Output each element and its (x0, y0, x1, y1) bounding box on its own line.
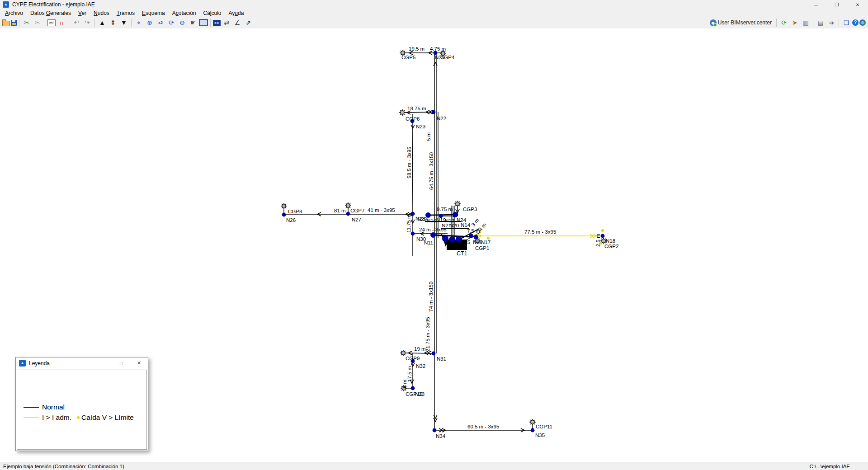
legend-rows: NormalI > I adm.Caída V > Límite (24, 402, 146, 423)
order-icon[interactable]: ⇕ (108, 18, 118, 28)
move-element-icon[interactable]: ⇄ (222, 18, 231, 28)
legend-title-bar[interactable]: ▲ Leyenda —□✕ (16, 357, 148, 369)
help-icon[interactable]: ? (852, 19, 859, 26)
open-file-icon[interactable] (2, 21, 10, 26)
diagram-label: N31 (437, 356, 446, 362)
node-CGP6[interactable] (399, 109, 406, 116)
node-N27[interactable] (346, 212, 350, 216)
diagram-label: 64.75 m - 3x150 (429, 152, 434, 190)
web-icon[interactable]: ◍ (859, 19, 866, 26)
restore-button[interactable]: ❐ (826, 0, 847, 9)
toolbar-separator (19, 19, 19, 27)
edit-data-icon[interactable]: ✂ (22, 18, 32, 28)
diagram-label: 3 m (470, 217, 480, 227)
node-N33[interactable] (411, 386, 415, 390)
voltage-drop-marker (487, 237, 489, 239)
legend-close-button[interactable]: ✕ (130, 357, 148, 369)
node-N16[interactable] (469, 234, 473, 238)
zoom-x2-icon[interactable]: x2 (156, 18, 165, 28)
zoom-previous-icon[interactable]: ⊖ (177, 18, 187, 28)
object-snap-magnet-icon[interactable]: ∩ (57, 18, 66, 28)
menu-archivo[interactable]: Archivo (1, 9, 27, 17)
legend-dot-swatch (77, 416, 80, 419)
window-arrange-icon[interactable]: ❏ (841, 18, 851, 28)
node-N18[interactable] (601, 234, 605, 238)
legend-label: I > I adm. (42, 414, 71, 422)
diagram-label: N19 (436, 217, 446, 223)
diagram-label: N17 (481, 240, 491, 245)
diagram-label: 41 m - 3x95 (368, 207, 395, 213)
node-N24[interactable] (453, 212, 458, 217)
legend-window-controls: —□✕ (95, 357, 148, 369)
zoom-window-icon[interactable]: ⌖ (134, 18, 144, 28)
node-CGP8[interactable] (281, 203, 287, 209)
bring-front-icon[interactable]: ▲ (97, 18, 107, 28)
close-button[interactable]: ✕ (847, 0, 868, 9)
export-file-icon[interactable]: ▤ (816, 18, 826, 28)
bimserver-package-icon[interactable]: ▥ (801, 18, 811, 28)
diagram-label: N10 (427, 218, 436, 223)
legend-minimize-button[interactable]: — (95, 357, 113, 369)
legend-line-swatch (24, 417, 39, 418)
user-avatar-icon[interactable]: ☻ (710, 19, 717, 26)
legend-entry: I > I adm. (24, 414, 71, 422)
menu-datos-generales[interactable]: Datos Generales (27, 9, 75, 17)
measure-line-icon[interactable]: ⇗ (243, 18, 253, 28)
node-CGP3[interactable] (454, 201, 461, 207)
menu-c-lculo[interactable]: Cálculo (199, 9, 225, 17)
minimize-button[interactable]: — (806, 0, 826, 9)
node-N13[interactable] (442, 235, 448, 242)
diagram-label: N15 (461, 240, 470, 245)
account-area[interactable]: ☻ (709, 19, 717, 26)
send-back-icon[interactable]: ▼ (119, 18, 129, 28)
status-bar: Ejemplo baja tensión (Combinación: Combi… (0, 462, 868, 470)
menu-tramos[interactable]: Tramos (113, 9, 138, 17)
legend-label: Caída V > Límite (81, 414, 134, 422)
node-N31[interactable] (432, 352, 436, 356)
toolbar-separator (45, 19, 45, 27)
diagram-label: 81 m (334, 208, 346, 213)
bimserver-update-icon[interactable]: ⟳ (779, 18, 789, 28)
search-binoculars-icon[interactable]: oo (213, 20, 221, 26)
import-file-icon[interactable]: ➜ (826, 18, 836, 28)
edit-data-disabled-icon[interactable]: ✂ (33, 18, 42, 28)
node-N26[interactable] (282, 213, 286, 217)
undo-icon[interactable]: ↶ (71, 18, 81, 28)
title-bar: ▲ CYPE Electrification - ejemplo.IAE —❐✕ (0, 0, 868, 9)
diagram-label: 19.5 m (409, 46, 425, 52)
legend-label: Normal (42, 403, 65, 411)
legend-row: Normal (24, 402, 146, 412)
diagram-label: N32 (416, 363, 425, 369)
redo-icon[interactable]: ↷ (82, 18, 92, 28)
node-N34[interactable] (433, 428, 437, 432)
diagram-label: N26 (286, 217, 296, 223)
bimserver-share-icon[interactable]: ➤ (790, 18, 800, 28)
menu-ayuda[interactable]: Ayuda (225, 9, 248, 17)
save-file-icon[interactable] (11, 20, 17, 26)
diagram-label: 2.5 m (595, 234, 601, 247)
node-N35[interactable] (531, 428, 535, 432)
node-CGP11[interactable] (529, 419, 536, 425)
toolbar-right: ☻ User BIMserver.center ⟳➤▥▤➜❏?◍ (709, 18, 866, 28)
account-label[interactable]: User BIMserver.center (718, 19, 772, 26)
menu-nudos[interactable]: Nudos (90, 9, 113, 17)
legend-content: NormalI > I adm.Caída V > Límite (17, 370, 147, 450)
diagram-label: 18.75 m (407, 106, 426, 111)
pan-center-icon[interactable]: ⊕ (145, 18, 155, 28)
node-CGP9[interactable] (400, 350, 406, 356)
diagram-label: 5 m (426, 132, 431, 141)
node-N11[interactable] (430, 232, 436, 238)
redraw-icon[interactable]: ⟳ (166, 18, 176, 28)
angle-reference-icon[interactable]: ∠ (232, 18, 242, 28)
diagram-label: N23 (416, 124, 425, 129)
menu-acotaci-n[interactable]: Acotación (169, 9, 200, 17)
diagram-label: N29 (417, 216, 427, 222)
menu-esquema[interactable]: Esquema (138, 9, 169, 17)
toolbar-separator (839, 19, 839, 27)
full-window-icon[interactable] (199, 19, 208, 26)
node-N22[interactable] (432, 110, 436, 114)
legend-maximize-button[interactable]: □ (113, 357, 130, 369)
menu-ver[interactable]: Ver (75, 9, 90, 17)
dxf-template-icon[interactable]: DXF (47, 19, 56, 26)
pan-hand-icon[interactable]: ☛ (188, 18, 198, 28)
